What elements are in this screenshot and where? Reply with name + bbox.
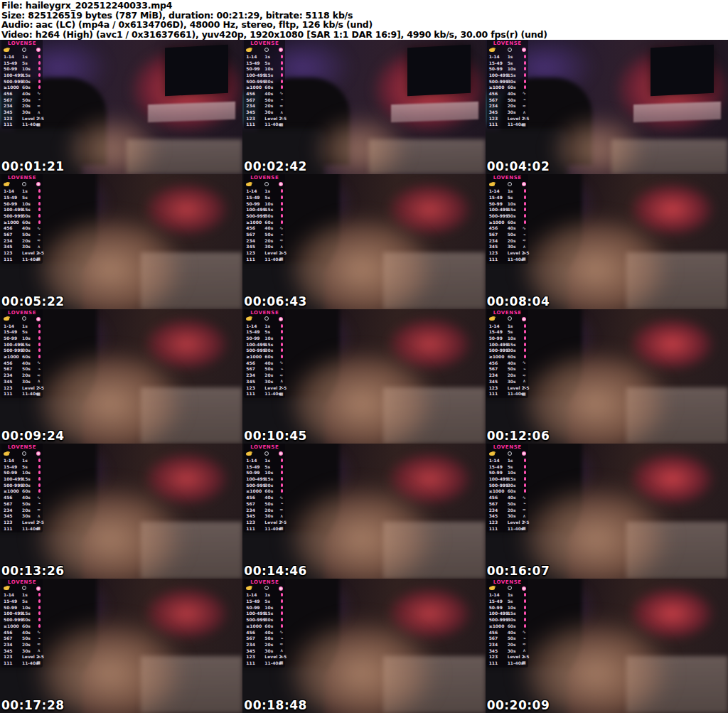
tip-level-row: ≥100060s [489, 353, 526, 360]
pulse-pattern-icon: ⌁ [281, 501, 284, 505]
tip-level-row: 1-141s [489, 592, 526, 599]
tip-duration: Level 2-5 [264, 116, 278, 121]
earthquake-pattern-icon: ∧ [523, 379, 525, 383]
tip-level-row: 1-141s [246, 53, 283, 60]
tip-level-row: 1-141s [489, 53, 526, 60]
toy-icon [36, 451, 41, 456]
tip-amount: 456 [246, 360, 264, 365]
pulse-pattern-icon: ⌁ [38, 367, 41, 371]
lovense-tip-menu-overlay: LOVENSE 1-141s15-495s50-9910s100-49915s5… [487, 174, 528, 263]
tip-pattern-row: 123Level 2-5× [246, 653, 283, 660]
tip-pattern-row: 11111-40s▦ [489, 256, 526, 262]
tip-amount: ≥1000 [489, 623, 508, 628]
tip-pattern-row: 56750s⌁ [246, 635, 283, 641]
tip-duration: 60s [22, 488, 36, 493]
tip-amount: 500-999 [4, 483, 22, 488]
random-pattern-icon: ▦ [36, 392, 41, 396]
tip-pattern-row: 123Level 2-5× [4, 250, 41, 256]
tip-amount: 100-499 [489, 476, 508, 481]
tip-duration: 10s [22, 470, 36, 475]
tip-amount: 111 [246, 660, 264, 665]
video-frame-thumbnail: LOVENSE 1-141s15-495s50-9910s100-49915s5… [486, 309, 728, 444]
tip-duration: 50s [264, 232, 278, 237]
tip-amount: 567 [489, 636, 508, 640]
tip-duration: 15s [264, 476, 278, 481]
wave-pattern-icon: ∿ [523, 226, 526, 230]
tip-level-row: 100-49915s [4, 611, 41, 617]
tip-amount: 345 [489, 379, 508, 384]
clock-icon [22, 586, 26, 590]
tip-amount: 345 [489, 244, 508, 249]
metadata-line-video: Video: h264 (High) (avc1 / 0x31637661), … [1, 30, 728, 40]
wave-pattern-icon: ∿ [279, 495, 283, 500]
tip-amount: 100-499 [489, 342, 508, 347]
tip-level-row: 100-49915s [246, 341, 283, 348]
toy-icon [279, 317, 283, 321]
tip-amount: ≥1000 [246, 354, 264, 359]
tip-duration: 20s [264, 103, 278, 108]
tip-amount: 15-49 [489, 60, 508, 65]
lovense-menu-header [4, 450, 41, 457]
tip-coins-icon [489, 48, 495, 52]
toy-level-icon [38, 343, 41, 346]
tip-duration: 11-40s [508, 526, 521, 531]
tip-level-row: ≥100060s [246, 219, 283, 225]
tip-duration: 15s [22, 611, 36, 616]
tip-duration: Level 2-5 [22, 385, 36, 390]
lovense-logo: LOVENSE [489, 310, 526, 316]
tip-duration: 50s [508, 636, 521, 640]
tip-amount: 567 [489, 501, 508, 506]
earthquake-pattern-icon: ∧ [38, 245, 41, 249]
tip-pattern-row: 23420s≈ [489, 641, 526, 648]
tip-amount: 500-999 [4, 617, 22, 622]
tip-amount: 100-499 [4, 611, 22, 616]
tip-level-row: 100-49915s [246, 476, 283, 482]
tip-level-row: 50-9910s [246, 200, 283, 207]
tip-amount: 1-14 [4, 592, 22, 597]
tip-pattern-row: 23420s≈ [4, 237, 41, 244]
tip-coins-icon [489, 586, 495, 590]
tip-pattern-row: 56750s⌁ [489, 500, 526, 507]
clock-icon [22, 48, 26, 52]
toy-level-icon [38, 80, 41, 83]
tip-coins-icon [4, 183, 9, 186]
tip-duration: 30s [264, 109, 278, 114]
tip-amount: 15-49 [246, 60, 264, 65]
pulse-pattern-icon: ⌁ [281, 367, 284, 371]
tip-pattern-row: 123Level 2-5× [246, 250, 283, 256]
frame-timestamp: 00:02:42 [244, 161, 307, 173]
tip-pattern-row: 34530s∧ [4, 109, 41, 115]
tip-duration: 30s [22, 79, 36, 84]
wave-pattern-icon: ∿ [37, 91, 41, 95]
tip-duration: 11-40s [508, 122, 521, 127]
tip-pattern-row: 56750s⌁ [489, 366, 526, 372]
tip-amount: 111 [489, 257, 508, 262]
tip-duration: 15s [264, 342, 278, 347]
wave-pattern-icon: ∿ [279, 91, 283, 95]
toy-icon [36, 48, 41, 52]
toy-level-icon [281, 465, 283, 468]
tip-duration: 40s [508, 495, 521, 500]
tip-amount: 567 [4, 501, 22, 506]
tip-level-row: 500-99930s [246, 348, 283, 354]
tip-pattern-row: 45640s∿ [246, 225, 283, 232]
tip-duration: 10s [508, 336, 521, 341]
frame-timestamp: 00:18:48 [244, 699, 307, 712]
lovense-menu-header [246, 46, 283, 53]
fireworks-pattern-icon: × [523, 251, 526, 255]
tip-duration: 20s [508, 103, 521, 108]
video-frame-thumbnail: LOVENSE 1-141s15-495s50-9910s100-49915s5… [242, 40, 485, 174]
tip-pattern-row: 123Level 2-5× [489, 653, 526, 660]
tip-level-row: 500-99930s [246, 213, 283, 219]
toy-level-icon [281, 624, 283, 628]
tip-pattern-row: 11111-40s▦ [4, 660, 41, 666]
tip-duration: Level 2-5 [22, 250, 36, 255]
tip-amount: 50-99 [246, 66, 264, 71]
tip-duration: 15s [508, 73, 521, 77]
tip-level-row: 100-49915s [4, 206, 41, 213]
pulse-pattern-icon: ⌁ [38, 97, 41, 102]
tip-amount: ≥1000 [4, 623, 22, 628]
toy-level-icon [524, 336, 526, 340]
toy-level-icon [281, 599, 283, 603]
toy-level-icon [281, 459, 283, 462]
